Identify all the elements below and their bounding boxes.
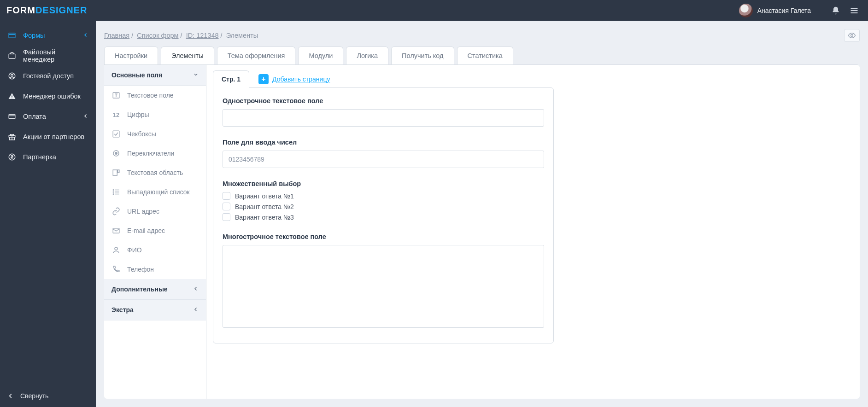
text-input[interactable] [223, 109, 544, 127]
avatar[interactable] [739, 4, 753, 17]
palette-item-text[interactable]: Текстовое поле [104, 86, 206, 105]
chevron-left-icon [83, 32, 88, 39]
svg-rect-20 [118, 170, 119, 173]
accordion-title: Дополнительные [111, 285, 168, 293]
palette-item-checkbox[interactable]: Чекбоксы [104, 124, 206, 144]
breadcrumb-link[interactable]: ID: 121348 [186, 32, 219, 39]
palette-item-label: Текстовое поле [127, 92, 174, 99]
logo[interactable]: FORMDESIGNER [6, 5, 87, 16]
svg-point-25 [113, 192, 114, 192]
palette-item-select[interactable]: Выпадающий список [104, 182, 206, 202]
forms-icon [7, 31, 17, 40]
sidebar-item-label: Партнерка [23, 153, 56, 161]
sidebar-item-guest[interactable]: Гостевой доступ [0, 66, 96, 86]
tab-logic[interactable]: Логика [346, 47, 388, 64]
svg-rect-16 [113, 131, 119, 137]
checkbox-row: Вариант ответа №2 [223, 203, 544, 210]
svg-rect-5 [9, 54, 15, 58]
checkbox-input[interactable] [223, 192, 230, 200]
tab-theme[interactable]: Тема оформления [217, 47, 296, 64]
palette-item-label: ФИО [127, 246, 142, 254]
eye-icon [848, 31, 856, 40]
logo-part-2: DESIGNER [35, 5, 87, 15]
breadcrumb-link[interactable]: Главная [104, 32, 129, 39]
palette-item-label: Текстовая область [127, 169, 183, 176]
username[interactable]: Анастасия Галета [757, 7, 811, 14]
palette-item-url[interactable]: URL адрес [104, 202, 206, 221]
checkbox-icon [111, 129, 121, 139]
collapse-sidebar-button[interactable]: Свернуть [0, 385, 96, 407]
sidebar-item-errors[interactable]: Менеджер ошибок [0, 86, 96, 106]
palette-item-label: URL адрес [127, 208, 159, 215]
tab-elements[interactable]: Элементы [161, 47, 214, 64]
palette-item-phone[interactable]: Телефон [104, 260, 206, 279]
tab-stats[interactable]: Статистика [457, 47, 513, 64]
topbar: FORMDESIGNER Анастасия Галета [0, 0, 868, 21]
sidebar-item-promo[interactable]: Акции от партнеров [0, 127, 96, 147]
breadcrumb: Главная/ Список форм/ ID: 121348/ Элемен… [104, 32, 258, 39]
sidebar-item-payment[interactable]: Оплата [0, 106, 96, 127]
sidebar-item-label: Акции от партнеров [23, 133, 84, 140]
tab-modules[interactable]: Модули [298, 47, 343, 64]
checkbox-row: Вариант ответа №3 [223, 213, 544, 221]
sidebar-item-label: Оплата [23, 113, 46, 120]
tabs: Настройки Элементы Тема оформления Модул… [96, 47, 868, 64]
sidebar-item-label: Формы [23, 32, 45, 39]
form-field-text[interactable]: Однострочное текстовое поле [223, 97, 544, 127]
accordion-basic-fields[interactable]: Основные поля [104, 65, 206, 86]
radio-icon [111, 149, 121, 158]
sidebar-item-forms[interactable]: Формы [0, 25, 96, 46]
briefcase-icon [7, 51, 17, 60]
link-icon [111, 207, 121, 216]
chevron-left-icon [83, 113, 88, 120]
palette-item-name[interactable]: ФИО [104, 240, 206, 260]
tab-settings[interactable]: Настройки [104, 47, 158, 64]
checkbox-input[interactable] [223, 213, 230, 221]
svg-point-7 [11, 74, 13, 76]
palette-item-textarea[interactable]: Текстовая область [104, 163, 206, 182]
palette-item-label: Переключатели [127, 150, 174, 157]
svg-point-24 [113, 190, 114, 191]
email-icon [111, 226, 121, 235]
checkbox-row: Вариант ответа №1 [223, 192, 544, 200]
form-canvas: Стр. 1 Добавить страницу Однострочное те… [206, 65, 860, 399]
form-field-number[interactable]: Поле для ввода чисел [223, 139, 544, 168]
sidebar-item-label: Менеджер ошибок [23, 93, 81, 100]
accordion-additional[interactable]: Дополнительные [104, 279, 206, 300]
logo-part-1: FORM [6, 5, 35, 15]
sidebar-item-partner[interactable]: Партнерка [0, 147, 96, 167]
svg-point-26 [113, 194, 114, 195]
field-label: Многострочное текстовое поле [223, 233, 544, 240]
add-page-label: Добавить страницу [272, 76, 330, 83]
add-page-button[interactable]: Добавить страницу [258, 74, 330, 84]
main: Главная/ Список форм/ ID: 121348/ Элемен… [96, 21, 868, 407]
svg-rect-19 [113, 170, 117, 175]
notifications-icon[interactable] [831, 6, 840, 15]
chevron-down-icon [193, 71, 199, 79]
svg-point-28 [115, 247, 117, 250]
element-palette: Основные поля Текстовое поле 12 Цифры Че… [104, 65, 206, 399]
menu-icon[interactable] [850, 6, 859, 15]
preview-button[interactable] [844, 29, 860, 42]
tab-getcode[interactable]: Получить код [391, 47, 454, 64]
plus-icon [258, 74, 269, 84]
breadcrumb-link[interactable]: Список форм [137, 32, 178, 39]
page-tab[interactable]: Стр. 1 [213, 70, 249, 88]
palette-item-email[interactable]: E-mail адрес [104, 221, 206, 240]
list-icon [111, 187, 121, 197]
accordion-title: Экстра [111, 306, 134, 314]
form-field-textarea[interactable]: Многострочное текстовое поле [223, 233, 544, 329]
sidebar-item-files[interactable]: Файловый менеджер [0, 46, 96, 66]
palette-item-number[interactable]: 12 Цифры [104, 105, 206, 124]
palette-item-label: Чекбоксы [127, 130, 156, 138]
accordion-extra[interactable]: Экстра [104, 300, 206, 320]
number-input[interactable] [223, 151, 544, 168]
checkbox-input[interactable] [223, 203, 230, 210]
textarea-input[interactable] [223, 245, 544, 328]
phone-icon [111, 265, 121, 274]
form-field-checkboxes[interactable]: Множественный выбор Вариант ответа №1 Ва… [223, 180, 544, 221]
palette-item-radio[interactable]: Переключатели [104, 144, 206, 163]
svg-rect-3 [9, 33, 15, 38]
sidebar: Формы Файловый менеджер Гостевой доступ … [0, 21, 96, 407]
svg-point-14 [851, 35, 853, 37]
